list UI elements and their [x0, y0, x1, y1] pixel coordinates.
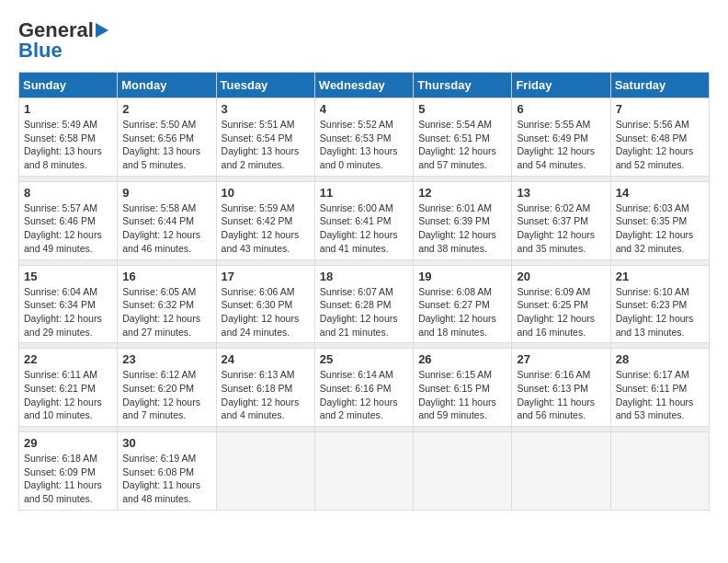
sunrise-label: Sunrise: 6:02 AM — [517, 202, 590, 213]
daylight-label: Daylight: 12 hours and 29 minutes. — [24, 313, 102, 338]
day-number: 6 — [517, 102, 605, 116]
day-info: Sunrise: 5:55 AM Sunset: 6:49 PM Dayligh… — [517, 118, 605, 172]
sunrise-label: Sunrise: 5:57 AM — [24, 202, 97, 213]
calendar-cell: 1 Sunrise: 5:49 AM Sunset: 6:58 PM Dayli… — [19, 98, 118, 177]
daylight-label: Daylight: 11 hours and 53 minutes. — [616, 396, 694, 421]
sunset-label: Sunset: 6:16 PM — [320, 383, 392, 394]
calendar-cell: 28 Sunrise: 6:17 AM Sunset: 6:11 PM Dayl… — [610, 349, 709, 427]
sunrise-label: Sunrise: 6:19 AM — [122, 453, 196, 464]
calendar-cell: 12 Sunrise: 6:01 AM Sunset: 6:39 PM Dayl… — [414, 181, 512, 259]
day-number: 1 — [24, 102, 112, 116]
day-number: 20 — [517, 270, 605, 283]
daylight-label: Daylight: 12 hours and 57 minutes. — [418, 145, 496, 170]
calendar-cell: 22 Sunrise: 6:11 AM Sunset: 6:21 PM Dayl… — [19, 349, 118, 427]
sunset-label: Sunset: 6:41 PM — [320, 215, 392, 226]
daylight-label: Daylight: 12 hours and 41 minutes. — [320, 229, 398, 254]
day-info: Sunrise: 6:11 AM Sunset: 6:21 PM Dayligh… — [24, 368, 112, 422]
sunrise-label: Sunrise: 6:06 AM — [222, 286, 295, 297]
sunset-label: Sunset: 6:35 PM — [616, 215, 688, 226]
day-info: Sunrise: 6:17 AM Sunset: 6:11 PM Dayligh… — [616, 368, 704, 422]
sunset-label: Sunset: 6:39 PM — [418, 215, 490, 226]
sunset-label: Sunset: 6:53 PM — [320, 132, 392, 144]
sunset-label: Sunset: 6:56 PM — [122, 132, 194, 144]
day-number: 16 — [122, 270, 210, 283]
calendar-cell — [216, 432, 314, 511]
sunset-label: Sunset: 6:34 PM — [24, 299, 96, 310]
day-info: Sunrise: 6:14 AM Sunset: 6:16 PM Dayligh… — [320, 368, 408, 422]
day-number: 29 — [24, 436, 112, 450]
calendar-cell: 13 Sunrise: 6:02 AM Sunset: 6:37 PM Dayl… — [512, 181, 610, 259]
day-header-sunday: Sunday — [19, 73, 118, 98]
day-number: 26 — [418, 352, 506, 366]
sunrise-label: Sunrise: 5:54 AM — [418, 119, 492, 130]
sunset-label: Sunset: 6:51 PM — [418, 132, 490, 144]
sunrise-label: Sunrise: 6:13 AM — [222, 369, 295, 380]
day-info: Sunrise: 6:18 AM Sunset: 6:09 PM Dayligh… — [24, 452, 112, 506]
calendar-cell: 16 Sunrise: 6:05 AM Sunset: 6:32 PM Dayl… — [118, 265, 216, 343]
day-number: 21 — [616, 270, 704, 283]
daylight-label: Daylight: 12 hours and 10 minutes. — [24, 396, 102, 421]
daylight-label: Daylight: 12 hours and 4 minutes. — [222, 396, 300, 421]
day-number: 24 — [222, 352, 310, 366]
calendar-cell: 3 Sunrise: 5:51 AM Sunset: 6:54 PM Dayli… — [216, 98, 314, 177]
sunrise-label: Sunrise: 5:55 AM — [517, 119, 590, 130]
sunset-label: Sunset: 6:20 PM — [122, 383, 194, 394]
calendar-cell: 24 Sunrise: 6:13 AM Sunset: 6:18 PM Dayl… — [216, 349, 314, 427]
calendar-cell: 15 Sunrise: 6:04 AM Sunset: 6:34 PM Dayl… — [19, 265, 118, 343]
day-number: 2 — [122, 102, 210, 116]
calendar-cell: 27 Sunrise: 6:16 AM Sunset: 6:13 PM Dayl… — [512, 349, 610, 427]
daylight-label: Daylight: 11 hours and 48 minutes. — [122, 479, 200, 504]
day-number: 30 — [122, 436, 210, 450]
calendar-week-row-4: 22 Sunrise: 6:11 AM Sunset: 6:21 PM Dayl… — [19, 349, 710, 427]
sunset-label: Sunset: 6:37 PM — [517, 215, 588, 226]
sunrise-label: Sunrise: 6:15 AM — [418, 369, 492, 380]
calendar-cell — [414, 432, 512, 511]
calendar-table: SundayMondayTuesdayWednesdayThursdayFrid… — [18, 72, 710, 511]
day-info: Sunrise: 5:56 AM Sunset: 6:48 PM Dayligh… — [616, 118, 704, 172]
sunrise-label: Sunrise: 6:16 AM — [517, 369, 590, 380]
daylight-label: Daylight: 12 hours and 13 minutes. — [616, 313, 694, 338]
day-info: Sunrise: 6:07 AM Sunset: 6:28 PM Dayligh… — [320, 285, 408, 339]
sunrise-label: Sunrise: 6:03 AM — [616, 202, 689, 213]
sunset-label: Sunset: 6:28 PM — [320, 299, 392, 310]
sunrise-label: Sunrise: 5:58 AM — [122, 202, 196, 213]
calendar-cell: 29 Sunrise: 6:18 AM Sunset: 6:09 PM Dayl… — [19, 432, 118, 511]
sunset-label: Sunset: 6:46 PM — [24, 215, 96, 226]
day-info: Sunrise: 6:06 AM Sunset: 6:30 PM Dayligh… — [222, 285, 310, 339]
day-info: Sunrise: 6:05 AM Sunset: 6:32 PM Dayligh… — [122, 285, 210, 339]
daylight-label: Daylight: 12 hours and 7 minutes. — [122, 396, 200, 421]
calendar-week-row-3: 15 Sunrise: 6:04 AM Sunset: 6:34 PM Dayl… — [19, 265, 710, 343]
day-number: 5 — [418, 102, 506, 116]
calendar-cell: 30 Sunrise: 6:19 AM Sunset: 6:08 PM Dayl… — [118, 432, 216, 511]
sunrise-label: Sunrise: 6:05 AM — [122, 286, 196, 297]
logo: General Blue — [18, 18, 108, 63]
sunset-label: Sunset: 6:11 PM — [616, 383, 688, 394]
calendar-cell: 5 Sunrise: 5:54 AM Sunset: 6:51 PM Dayli… — [414, 98, 512, 177]
day-header-friday: Friday — [512, 73, 610, 98]
day-number: 10 — [222, 186, 310, 200]
day-number: 14 — [616, 186, 704, 200]
day-info: Sunrise: 6:02 AM Sunset: 6:37 PM Dayligh… — [517, 201, 605, 256]
day-info: Sunrise: 6:01 AM Sunset: 6:39 PM Dayligh… — [418, 201, 506, 256]
daylight-label: Daylight: 12 hours and 18 minutes. — [418, 313, 496, 338]
day-info: Sunrise: 5:58 AM Sunset: 6:44 PM Dayligh… — [122, 201, 210, 256]
day-number: 18 — [320, 270, 408, 283]
day-number: 15 — [24, 270, 112, 283]
sunset-label: Sunset: 6:58 PM — [24, 132, 96, 144]
sunset-label: Sunset: 6:08 PM — [122, 466, 194, 477]
daylight-label: Daylight: 13 hours and 0 minutes. — [320, 145, 398, 170]
sunrise-label: Sunrise: 5:51 AM — [222, 119, 295, 130]
daylight-label: Daylight: 12 hours and 38 minutes. — [418, 229, 496, 254]
daylight-label: Daylight: 13 hours and 5 minutes. — [122, 145, 200, 170]
day-number: 11 — [320, 186, 408, 200]
sunrise-label: Sunrise: 5:59 AM — [222, 202, 295, 213]
sunrise-label: Sunrise: 6:11 AM — [24, 369, 97, 380]
calendar-cell: 17 Sunrise: 6:06 AM Sunset: 6:30 PM Dayl… — [216, 265, 314, 343]
daylight-label: Daylight: 13 hours and 8 minutes. — [24, 145, 102, 170]
sunset-label: Sunset: 6:09 PM — [24, 466, 96, 477]
day-number: 27 — [517, 352, 605, 366]
calendar-week-row-2: 8 Sunrise: 5:57 AM Sunset: 6:46 PM Dayli… — [19, 181, 710, 259]
day-info: Sunrise: 5:52 AM Sunset: 6:53 PM Dayligh… — [320, 118, 408, 172]
calendar-week-row-1: 1 Sunrise: 5:49 AM Sunset: 6:58 PM Dayli… — [19, 98, 710, 177]
sunset-label: Sunset: 6:21 PM — [24, 383, 96, 394]
